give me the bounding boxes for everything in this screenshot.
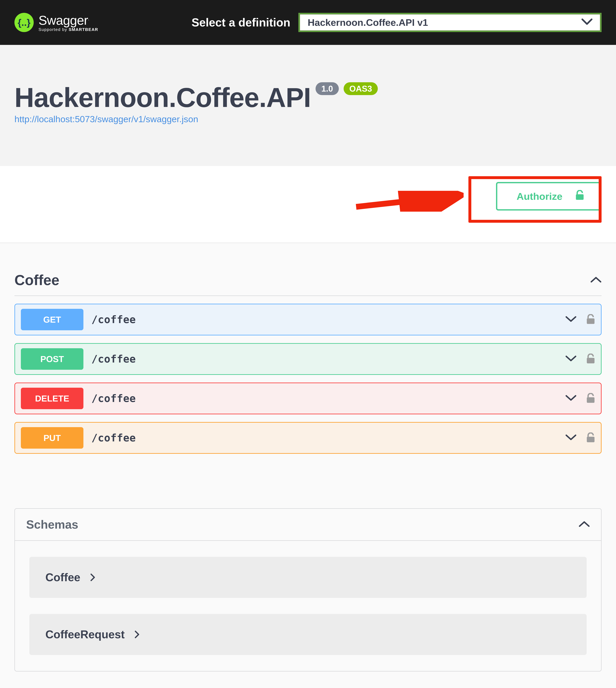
annotation-highlight-box	[468, 176, 601, 223]
schema-name: CoffeeRequest	[45, 628, 125, 641]
api-title: Hackernoon.Coffee.API	[15, 82, 311, 113]
operation-put[interactable]: PUT/coffee	[15, 422, 601, 454]
api-info: Hackernoon.Coffee.API 1.0 OAS3 http://lo…	[0, 45, 616, 166]
tag-name: Coffee	[15, 272, 59, 289]
operation-get[interactable]: GET/coffee	[15, 304, 601, 336]
unlock-icon[interactable]	[586, 314, 595, 325]
operation-delete[interactable]: DELETE/coffee	[15, 383, 601, 414]
http-method-badge: DELETE	[21, 388, 83, 409]
svg-rect-5	[587, 397, 594, 403]
http-method-badge: POST	[21, 348, 83, 370]
definition-select-label: Select a definition	[192, 16, 290, 29]
svg-rect-4	[587, 358, 594, 364]
unlock-icon[interactable]	[586, 432, 595, 443]
brand-subtitle-brand: SMARTBEAR	[69, 27, 98, 32]
operation-path: /coffee	[91, 432, 136, 444]
annotation-arrow-icon	[354, 191, 464, 212]
spec-url-link[interactable]: http://localhost:5073/swagger/v1/swagger…	[15, 114, 198, 124]
tag-section-coffee: Coffee GET/coffeePOST/coffeeDELETE/coffe…	[0, 243, 616, 473]
definition-selector-form: Select a definition Hackernoon.Coffee.AP…	[192, 13, 601, 32]
unlock-icon[interactable]	[586, 353, 595, 364]
swagger-logo-text: Swagger. Supported by SMARTBEAR	[39, 13, 98, 32]
chevron-up-icon	[579, 520, 590, 529]
unlock-icon[interactable]	[586, 393, 595, 404]
chevron-down-icon	[565, 394, 576, 403]
chevron-down-icon	[565, 434, 576, 442]
brand-name: Swagger	[39, 13, 88, 27]
chevron-right-icon	[134, 628, 140, 641]
auth-section: Authorize	[0, 166, 616, 243]
schema-name: Coffee	[45, 571, 80, 584]
svg-marker-1	[451, 191, 464, 204]
tag-header[interactable]: Coffee	[15, 272, 601, 296]
schemas-header[interactable]: Schemas	[15, 509, 601, 541]
svg-rect-3	[587, 318, 594, 324]
http-method-badge: GET	[21, 309, 83, 330]
schemas-section: Schemas CoffeeCoffeeRequest	[15, 508, 601, 671]
api-version-badge: 1.0	[315, 82, 339, 95]
svg-line-0	[356, 197, 451, 207]
swagger-logo: {..} Swagger. Supported by SMARTBEAR	[15, 13, 98, 32]
chevron-up-icon	[590, 276, 601, 284]
operation-path: /coffee	[91, 392, 136, 404]
oas-version-badge: OAS3	[344, 82, 378, 95]
chevron-down-icon	[565, 355, 576, 363]
chevron-down-icon	[565, 315, 576, 324]
swagger-logo-icon: {..}	[15, 13, 34, 32]
brand-subtitle-prefix: Supported by	[39, 27, 69, 32]
operation-post[interactable]: POST/coffee	[15, 343, 601, 375]
svg-rect-6	[587, 437, 594, 442]
schema-item[interactable]: Coffee	[29, 557, 587, 598]
schemas-title: Schemas	[26, 518, 78, 531]
operation-path: /coffee	[91, 353, 136, 365]
definition-select[interactable]: Hackernoon.Coffee.API v1	[299, 13, 601, 32]
http-method-badge: PUT	[21, 427, 83, 449]
operation-path: /coffee	[91, 314, 136, 325]
schema-item[interactable]: CoffeeRequest	[29, 614, 587, 655]
topbar: {..} Swagger. Supported by SMARTBEAR Sel…	[0, 0, 616, 45]
chevron-right-icon	[90, 571, 96, 584]
